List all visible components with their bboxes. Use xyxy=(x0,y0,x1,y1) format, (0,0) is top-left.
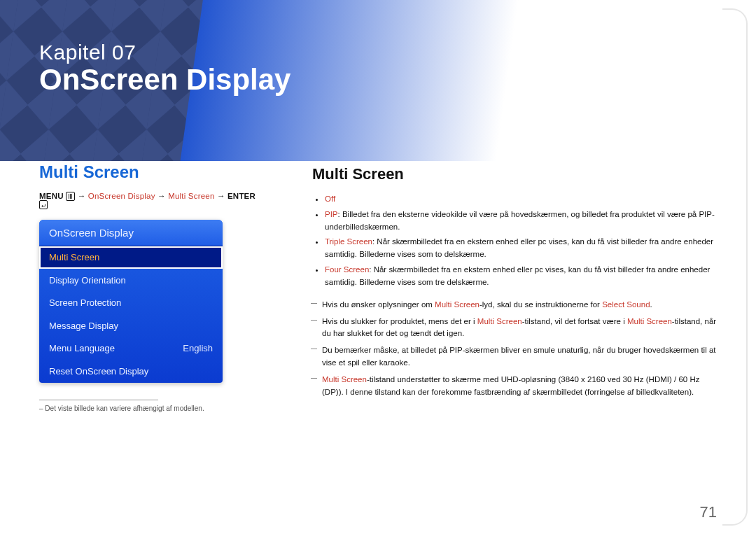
manual-page: Kapitel 07 OnScreen Display Multi Screen… xyxy=(0,0,756,534)
menu-item-menu-language[interactable]: Menu Language English xyxy=(39,337,223,360)
menu-item-display-orientation[interactable]: Display Orientation xyxy=(39,269,223,292)
menu-header: OnScreen Display xyxy=(39,220,223,246)
menu-item-multi-screen[interactable]: Multi Screen xyxy=(39,246,223,269)
chapter-number: Kapitel 07 xyxy=(39,41,290,64)
breadcrumb: MENU Ⅲ → OnScreen Display → Multi Screen… xyxy=(39,192,256,209)
menu-item-label: Display Orientation xyxy=(49,275,126,286)
osd-menu-panel: OnScreen Display Multi Screen Display Or… xyxy=(39,220,223,383)
note-select-sound: Hvis du ønsker oplysninger om Multi Scre… xyxy=(312,299,717,311)
note-uhd: Multi Screen-tilstand understøtter to sk… xyxy=(312,374,717,399)
menu-item-label: Menu Language xyxy=(49,343,115,354)
left-column: Multi Screen MENU Ⅲ → OnScreen Display →… xyxy=(39,162,256,412)
breadcrumb-suffix: ENTER xyxy=(227,192,255,200)
menu-item-label: Screen Protection xyxy=(49,297,121,309)
menu-item-label: Reset OnScreen Display xyxy=(49,366,148,377)
menu-item-message-display[interactable]: Message Display xyxy=(39,314,223,337)
chapter-heading: Kapitel 07 OnScreen Display xyxy=(39,41,290,95)
right-column: Multi Screen Off PIP: Billedet fra den e… xyxy=(312,165,717,402)
chapter-title: OnScreen Display xyxy=(39,64,290,95)
option-four-screen: Four Screen: Når skærmbilledet fra en ek… xyxy=(325,264,717,292)
note-pip-quality: Du bemærker måske, at billedet på PIP-sk… xyxy=(312,344,717,370)
menu-item-label: Message Display xyxy=(49,321,118,332)
menu-icon: Ⅲ xyxy=(66,192,75,201)
footnote-divider xyxy=(39,400,158,400)
breadcrumb-prefix: MENU xyxy=(39,192,64,200)
content-area: Multi Screen MENU Ⅲ → OnScreen Display →… xyxy=(39,162,717,506)
right-title: Multi Screen xyxy=(312,165,717,183)
enter-icon: ↵ xyxy=(39,200,48,209)
note-power-persist: Hvis du slukker for produktet, mens det … xyxy=(312,316,717,341)
section-title: Multi Screen xyxy=(39,162,256,182)
option-pip: PIP: Billedet fra den eksterne videokild… xyxy=(325,209,717,237)
breadcrumb-part-2: Multi Screen xyxy=(168,192,214,200)
breadcrumb-part-1: OnScreen Display xyxy=(88,192,155,200)
menu-item-label: Multi Screen xyxy=(49,252,99,263)
page-number: 71 xyxy=(700,503,717,521)
menu-item-reset-osd[interactable]: Reset OnScreen Display xyxy=(39,360,223,383)
footnote-text: – Det viste billede kan variere afhængig… xyxy=(39,405,256,412)
option-off: Off xyxy=(325,193,717,209)
option-triple-screen: Triple Screen: Når skærmbilledet fra en … xyxy=(325,236,717,264)
menu-item-value: English xyxy=(183,343,213,354)
menu-item-screen-protection[interactable]: Screen Protection xyxy=(39,291,223,314)
option-list: Off PIP: Billedet fra den eksterne video… xyxy=(312,193,717,292)
